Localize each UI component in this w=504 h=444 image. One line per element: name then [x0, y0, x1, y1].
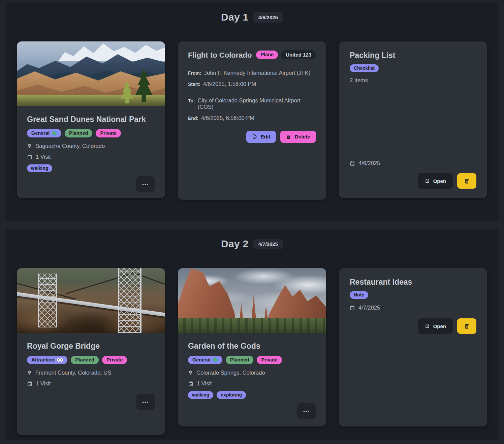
edit-label: Edit	[260, 134, 270, 140]
note-date: 4/7/2025	[358, 305, 380, 311]
tag-general-label: General	[31, 130, 50, 136]
day1-header: Day 1 4/6/2025	[6, 2, 498, 30]
flight-from-row: From: John F. Kennedy International Airp…	[188, 70, 316, 76]
delete-label: Delete	[294, 134, 310, 140]
place-card-garden-of-the-gods[interactable]: Garden of the Gods General Planned Priva…	[178, 268, 326, 426]
day1-section: Day 1 4/6/2025 Great Sand Dunes National…	[6, 2, 498, 221]
visits-row: 1 Visit	[27, 154, 155, 160]
checklist-badge-row: Checklist	[350, 64, 476, 72]
day2-section: Day 2 4/7/2025 Royal Gorge Bridge Attrac…	[6, 229, 498, 440]
more-options-button[interactable]: •••	[297, 403, 316, 419]
flight-type-badge: Plane	[256, 51, 278, 59]
flight-badges: Plane United 123	[256, 50, 316, 59]
external-link-icon	[424, 323, 430, 329]
delete-note-button[interactable]	[457, 318, 476, 334]
location-pin-icon	[27, 370, 32, 375]
tag-row: Attraction Planned Private	[27, 356, 155, 364]
photo-bridge-tower-right	[118, 268, 141, 333]
activity-row: walking exploring	[188, 391, 316, 399]
more-options-button[interactable]: •••	[136, 394, 155, 410]
calendar-icon	[350, 161, 355, 166]
note-actions: Open	[350, 318, 476, 334]
checklist-badge: Checklist	[350, 64, 379, 72]
day1-title: Day 1	[221, 11, 249, 23]
tag-private: Private	[102, 356, 127, 364]
trash-icon	[286, 134, 291, 139]
flight-start-row: Start: 4/6/2025, 1:56:00 PM	[188, 81, 316, 87]
tag-general-label: General	[192, 357, 211, 363]
note-card-restaurant-ideas[interactable]: Restaurant Ideas Note 4/7/2025 Open	[339, 268, 487, 426]
location-pin-icon	[27, 144, 32, 149]
checklist-actions: Open	[350, 173, 476, 189]
tag-attraction: Attraction	[27, 356, 67, 364]
visits-text: 1 Visit	[36, 154, 51, 160]
garden-of-the-gods-photo	[178, 268, 326, 333]
place-card-royal-gorge[interactable]: Royal Gorge Bridge Attraction Planned Pr…	[17, 268, 165, 435]
note-badge: Note	[350, 291, 368, 299]
activity-tag-exploring: exploring	[217, 391, 246, 399]
external-link-icon	[424, 178, 430, 184]
items-count: 2 Items	[350, 77, 476, 84]
day1-cards: Great Sand Dunes National Park General P…	[6, 30, 498, 211]
tag-attraction-label: Attraction	[31, 357, 54, 363]
menu-row: •••	[27, 394, 155, 410]
calendar-icon	[188, 381, 193, 386]
flight-actions: Edit Delete	[188, 131, 316, 143]
activity-tag-walking: walking	[27, 164, 52, 172]
start-label: Start:	[188, 82, 200, 87]
tag-planned: Planned	[71, 356, 98, 364]
delete-button[interactable]: Delete	[280, 131, 316, 143]
flight-card[interactable]: Flight to Colorado Plane United 123 From…	[178, 41, 326, 200]
tag-general: General	[27, 129, 61, 137]
edit-icon	[252, 134, 257, 139]
checklist-title: Packing List	[350, 51, 476, 60]
delete-checklist-button[interactable]	[457, 173, 476, 189]
spacer	[350, 84, 476, 160]
tag-private: Private	[257, 356, 282, 364]
place-title: Garden of the Gods	[188, 342, 316, 351]
tag-general: General	[188, 356, 222, 364]
start-value: 4/6/2025, 1:56:00 PM	[203, 81, 256, 87]
day2-title: Day 2	[221, 238, 249, 250]
to-value: City of Colorado Springs Municipal Airpo…	[198, 97, 316, 110]
location-text: Fremont County, Colorado, US	[35, 370, 111, 376]
place-title: Great Sand Dunes National Park	[27, 115, 155, 124]
flight-title: Flight to Colorado	[188, 50, 252, 60]
tag-private: Private	[96, 129, 121, 137]
location-row: Fremont County, Colorado, US	[27, 370, 155, 376]
location-pin-icon	[188, 370, 193, 375]
great-sand-dunes-photo	[17, 41, 165, 106]
from-label: From:	[188, 70, 201, 76]
note-badge-row: Note	[350, 291, 476, 299]
location-row: Saguache County, Colorado	[27, 143, 155, 149]
tag-row: General Planned Private	[27, 129, 155, 137]
checklist-card-packing-list[interactable]: Packing List Checklist 2 Items 4/6/2025 …	[339, 41, 487, 198]
photo-bridge-tower-left	[38, 274, 57, 327]
place-title: Royal Gorge Bridge	[27, 342, 155, 351]
edit-button[interactable]: Edit	[246, 131, 276, 143]
menu-row: •••	[27, 176, 155, 192]
open-button[interactable]: Open	[418, 318, 453, 334]
place-card-great-sand-dunes[interactable]: Great Sand Dunes National Park General P…	[17, 41, 165, 198]
flight-to-row: To: City of Colorado Springs Municipal A…	[188, 97, 316, 110]
flight-end-row: End: 4/6/2025, 6:56:00 PM	[188, 115, 316, 121]
open-button[interactable]: Open	[418, 173, 453, 189]
place-card-body: Royal Gorge Bridge Attraction Planned Pr…	[17, 333, 165, 435]
location-text: Colorado Springs, Colorado	[196, 370, 265, 376]
eyes-icon	[57, 358, 63, 362]
end-value: 4/6/2025, 6:56:00 PM	[201, 115, 254, 121]
activity-tag-walking: walking	[188, 391, 213, 399]
open-label: Open	[433, 178, 446, 184]
globe-icon	[52, 131, 57, 136]
activity-row: walking	[27, 164, 155, 172]
day2-cards: Royal Gorge Bridge Attraction Planned Pr…	[6, 257, 498, 440]
trash-icon	[464, 323, 470, 329]
checklist-date-row: 4/6/2025	[350, 160, 476, 166]
end-label: End:	[188, 116, 198, 121]
tag-planned: Planned	[226, 356, 253, 364]
more-options-button[interactable]: •••	[136, 176, 155, 192]
open-label: Open	[433, 323, 446, 329]
calendar-icon	[350, 305, 355, 311]
to-label: To:	[188, 98, 195, 103]
place-card-body: Great Sand Dunes National Park General P…	[17, 106, 165, 200]
